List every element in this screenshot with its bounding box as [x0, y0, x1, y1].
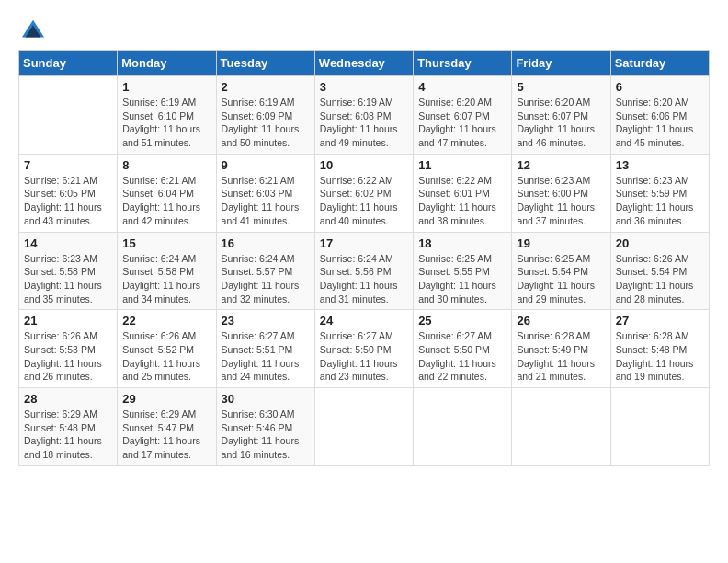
calendar-cell: 20Sunrise: 6:26 AMSunset: 5:54 PMDayligh…	[610, 232, 709, 310]
calendar-cell: 6Sunrise: 6:20 AMSunset: 6:06 PMDaylight…	[610, 76, 709, 155]
calendar-cell	[314, 388, 413, 466]
calendar-cell: 13Sunrise: 6:23 AMSunset: 5:59 PMDayligh…	[610, 154, 709, 232]
day-detail: Sunrise: 6:23 AMSunset: 5:59 PMDaylight:…	[616, 174, 704, 228]
day-number: 24	[320, 314, 408, 327]
calendar-week-2: 7Sunrise: 6:21 AMSunset: 6:05 PMDaylight…	[19, 154, 710, 232]
calendar-week-4: 21Sunrise: 6:26 AMSunset: 5:53 PMDayligh…	[19, 310, 710, 388]
calendar-week-3: 14Sunrise: 6:23 AMSunset: 5:58 PMDayligh…	[19, 232, 710, 310]
day-number: 12	[517, 158, 605, 172]
day-number: 7	[24, 158, 112, 172]
calendar-cell: 8Sunrise: 6:21 AMSunset: 6:04 PMDaylight…	[118, 154, 216, 232]
day-number: 10	[320, 158, 408, 172]
calendar-cell: 4Sunrise: 6:20 AMSunset: 6:07 PMDaylight…	[414, 76, 512, 155]
day-detail: Sunrise: 6:26 AMSunset: 5:52 PMDaylight:…	[122, 329, 210, 384]
calendar-cell: 11Sunrise: 6:22 AMSunset: 6:01 PMDayligh…	[414, 154, 512, 232]
calendar-cell: 14Sunrise: 6:23 AMSunset: 5:58 PMDayligh…	[19, 232, 118, 310]
day-number: 18	[418, 236, 506, 250]
day-number: 21	[24, 314, 112, 327]
calendar-cell: 26Sunrise: 6:28 AMSunset: 5:49 PMDayligh…	[512, 310, 610, 388]
day-detail: Sunrise: 6:27 AMSunset: 5:51 PMDaylight:…	[222, 329, 310, 384]
header-day-sunday: Sunday	[19, 51, 118, 76]
logo	[18, 18, 46, 40]
calendar-cell: 7Sunrise: 6:21 AMSunset: 6:05 PMDaylight…	[19, 154, 118, 232]
day-number: 6	[616, 80, 704, 94]
day-number: 14	[24, 236, 112, 250]
day-number: 13	[616, 158, 704, 172]
calendar-cell: 30Sunrise: 6:30 AMSunset: 5:46 PMDayligh…	[216, 388, 314, 466]
calendar-cell: 2Sunrise: 6:19 AMSunset: 6:09 PMDaylight…	[216, 76, 314, 155]
calendar-cell: 25Sunrise: 6:27 AMSunset: 5:50 PMDayligh…	[414, 310, 512, 388]
day-detail: Sunrise: 6:24 AMSunset: 5:57 PMDaylight:…	[222, 252, 310, 306]
day-number: 28	[24, 392, 112, 406]
day-number: 19	[517, 236, 605, 250]
day-number: 8	[122, 158, 210, 172]
day-number: 29	[122, 392, 210, 406]
header-day-wednesday: Wednesday	[314, 51, 413, 76]
day-number: 17	[320, 236, 408, 250]
day-number: 2	[222, 80, 310, 94]
calendar-cell	[414, 388, 512, 466]
day-detail: Sunrise: 6:24 AMSunset: 5:58 PMDaylight:…	[122, 252, 210, 306]
calendar-cell: 16Sunrise: 6:24 AMSunset: 5:57 PMDayligh…	[216, 232, 314, 310]
day-detail: Sunrise: 6:27 AMSunset: 5:50 PMDaylight:…	[320, 329, 408, 384]
day-detail: Sunrise: 6:29 AMSunset: 5:48 PMDaylight:…	[24, 408, 112, 462]
day-number: 27	[616, 314, 704, 327]
day-detail: Sunrise: 6:22 AMSunset: 6:02 PMDaylight:…	[320, 174, 408, 228]
day-number: 5	[517, 80, 605, 94]
day-detail: Sunrise: 6:20 AMSunset: 6:07 PMDaylight:…	[517, 96, 605, 150]
day-detail: Sunrise: 6:19 AMSunset: 6:09 PMDaylight:…	[222, 96, 310, 150]
calendar-table: SundayMondayTuesdayWednesdayThursdayFrid…	[18, 50, 710, 466]
day-number: 16	[222, 236, 310, 250]
day-detail: Sunrise: 6:27 AMSunset: 5:50 PMDaylight:…	[418, 329, 506, 384]
day-detail: Sunrise: 6:25 AMSunset: 5:55 PMDaylight:…	[418, 252, 506, 306]
calendar-week-5: 28Sunrise: 6:29 AMSunset: 5:48 PMDayligh…	[19, 388, 710, 466]
calendar-cell: 28Sunrise: 6:29 AMSunset: 5:48 PMDayligh…	[19, 388, 118, 466]
day-detail: Sunrise: 6:28 AMSunset: 5:49 PMDaylight:…	[517, 329, 605, 384]
day-detail: Sunrise: 6:21 AMSunset: 6:03 PMDaylight:…	[222, 174, 310, 228]
calendar-cell: 24Sunrise: 6:27 AMSunset: 5:50 PMDayligh…	[314, 310, 413, 388]
day-number: 9	[222, 158, 310, 172]
calendar-week-1: 1Sunrise: 6:19 AMSunset: 6:10 PMDaylight…	[19, 76, 710, 155]
calendar-cell: 5Sunrise: 6:20 AMSunset: 6:07 PMDaylight…	[512, 76, 610, 155]
calendar-cell: 9Sunrise: 6:21 AMSunset: 6:03 PMDaylight…	[216, 154, 314, 232]
calendar-cell: 10Sunrise: 6:22 AMSunset: 6:02 PMDayligh…	[314, 154, 413, 232]
calendar-cell: 29Sunrise: 6:29 AMSunset: 5:47 PMDayligh…	[118, 388, 216, 466]
header-day-saturday: Saturday	[610, 51, 709, 76]
page-header	[18, 18, 710, 40]
header-day-monday: Monday	[118, 51, 216, 76]
calendar-cell: 23Sunrise: 6:27 AMSunset: 5:51 PMDayligh…	[216, 310, 314, 388]
day-detail: Sunrise: 6:24 AMSunset: 5:56 PMDaylight:…	[320, 252, 408, 306]
calendar-cell: 22Sunrise: 6:26 AMSunset: 5:52 PMDayligh…	[118, 310, 216, 388]
day-detail: Sunrise: 6:20 AMSunset: 6:06 PMDaylight:…	[616, 96, 704, 150]
day-detail: Sunrise: 6:23 AMSunset: 5:58 PMDaylight:…	[24, 252, 112, 306]
calendar-cell: 18Sunrise: 6:25 AMSunset: 5:55 PMDayligh…	[414, 232, 512, 310]
calendar-cell: 19Sunrise: 6:25 AMSunset: 5:54 PMDayligh…	[512, 232, 610, 310]
header-day-tuesday: Tuesday	[216, 51, 314, 76]
day-number: 20	[616, 236, 704, 250]
day-detail: Sunrise: 6:28 AMSunset: 5:48 PMDaylight:…	[616, 329, 704, 384]
day-number: 4	[418, 80, 506, 94]
logo-icon	[20, 18, 46, 44]
day-detail: Sunrise: 6:26 AMSunset: 5:54 PMDaylight:…	[616, 252, 704, 306]
day-number: 3	[320, 80, 408, 94]
calendar-cell	[512, 388, 610, 466]
day-detail: Sunrise: 6:20 AMSunset: 6:07 PMDaylight:…	[418, 96, 506, 150]
calendar-cell	[19, 76, 118, 155]
calendar-cell: 3Sunrise: 6:19 AMSunset: 6:08 PMDaylight…	[314, 76, 413, 155]
day-number: 11	[418, 158, 506, 172]
calendar-cell: 15Sunrise: 6:24 AMSunset: 5:58 PMDayligh…	[118, 232, 216, 310]
header-row: SundayMondayTuesdayWednesdayThursdayFrid…	[19, 51, 710, 76]
day-detail: Sunrise: 6:25 AMSunset: 5:54 PMDaylight:…	[517, 252, 605, 306]
day-number: 22	[122, 314, 210, 327]
day-detail: Sunrise: 6:19 AMSunset: 6:10 PMDaylight:…	[122, 96, 210, 150]
calendar-cell: 27Sunrise: 6:28 AMSunset: 5:48 PMDayligh…	[610, 310, 709, 388]
day-detail: Sunrise: 6:23 AMSunset: 6:00 PMDaylight:…	[517, 174, 605, 228]
header-day-friday: Friday	[512, 51, 610, 76]
calendar-cell	[610, 388, 709, 466]
calendar-cell: 12Sunrise: 6:23 AMSunset: 6:00 PMDayligh…	[512, 154, 610, 232]
day-number: 26	[517, 314, 605, 327]
day-detail: Sunrise: 6:30 AMSunset: 5:46 PMDaylight:…	[222, 408, 310, 462]
day-detail: Sunrise: 6:19 AMSunset: 6:08 PMDaylight:…	[320, 96, 408, 150]
day-number: 25	[418, 314, 506, 327]
day-detail: Sunrise: 6:22 AMSunset: 6:01 PMDaylight:…	[418, 174, 506, 228]
